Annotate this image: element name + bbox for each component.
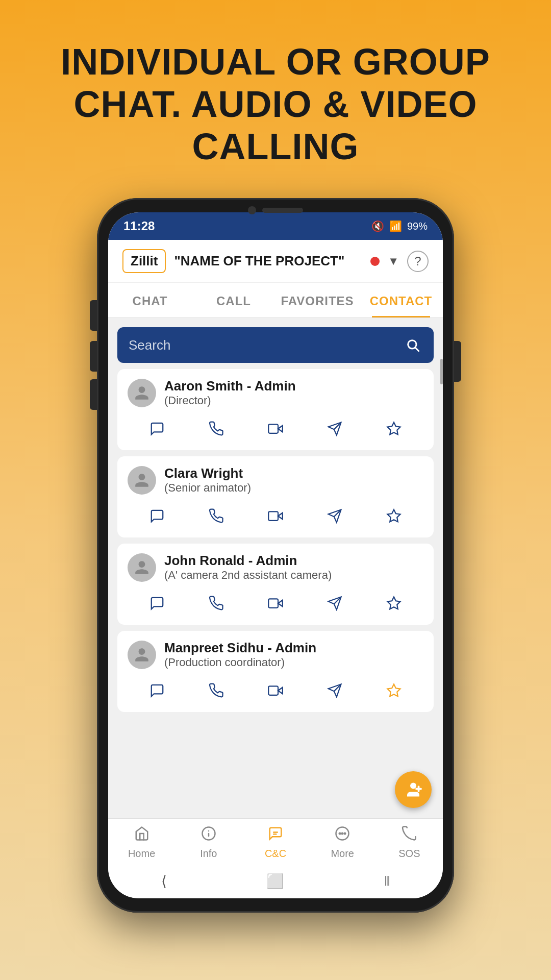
location-action-1[interactable] [322, 504, 347, 528]
video-action-2[interactable] [263, 591, 288, 616]
project-name: "NAME OF THE PROJECT" [174, 253, 362, 269]
chat-action-3[interactable] [145, 678, 169, 703]
battery-icon: 99% [407, 220, 428, 232]
contact-role-2: (A' camera 2nd assistant camera) [164, 569, 332, 582]
contact-text-0: Aaron Smith - Admin (Director) [164, 378, 296, 407]
content-area: Search Aaron Smith - Admin (Direc [108, 318, 443, 818]
chat-action-2[interactable] [145, 591, 169, 616]
svg-marker-21 [388, 684, 400, 697]
contact-role-0: (Director) [164, 394, 296, 407]
dropdown-button[interactable]: ▼ [388, 255, 399, 268]
more-icon [335, 826, 350, 845]
svg-marker-12 [278, 600, 283, 607]
video-action-0[interactable] [263, 416, 288, 441]
contact-actions-1 [128, 502, 423, 528]
svg-rect-3 [268, 425, 278, 434]
notification-dot [370, 257, 380, 266]
contact-role-1: (Senior animator) [164, 481, 251, 495]
help-button[interactable]: ? [407, 251, 429, 272]
svg-point-32 [342, 833, 343, 835]
svg-marker-16 [388, 597, 400, 609]
nav-info[interactable]: Info [175, 826, 242, 860]
svg-marker-17 [278, 688, 283, 694]
svg-rect-13 [268, 599, 278, 608]
bottom-nav: Home Info [108, 818, 443, 864]
star-action-3[interactable] [382, 678, 406, 703]
home-icon [134, 826, 149, 845]
video-action-3[interactable] [263, 678, 288, 703]
fab-add-contact[interactable] [395, 771, 432, 808]
contact-card-3: Manpreet Sidhu - Admin (Production coord… [117, 631, 434, 712]
nav-more[interactable]: More [309, 826, 376, 860]
call-action-0[interactable] [204, 416, 229, 441]
avatar-0 [128, 379, 156, 407]
nav-more-label: More [331, 848, 354, 860]
svg-marker-2 [278, 426, 283, 432]
contact-name-1: Clara Wright [164, 465, 251, 481]
contact-role-3: (Production coordinator) [164, 656, 316, 669]
tab-chat[interactable]: CHAT [108, 283, 192, 317]
star-action-0[interactable] [382, 416, 406, 441]
avatar-3 [128, 641, 156, 669]
tab-call[interactable]: CALL [192, 283, 276, 317]
video-action-1[interactable] [263, 504, 288, 528]
call-action-3[interactable] [204, 678, 229, 703]
svg-rect-8 [268, 512, 278, 521]
svg-point-31 [339, 833, 341, 835]
android-nav-bar: ⟨ ⬜ ⦀ [108, 864, 443, 898]
cnc-icon [268, 826, 283, 845]
wifi-icon: 📶 [389, 220, 402, 232]
scroll-indicator [440, 359, 443, 384]
location-action-3[interactable] [322, 678, 347, 703]
nav-cnc[interactable]: C&C [242, 826, 309, 860]
search-bar[interactable]: Search [117, 327, 434, 363]
call-action-2[interactable] [204, 591, 229, 616]
svg-marker-6 [388, 423, 400, 435]
nav-info-label: Info [200, 848, 217, 860]
phone-screen: 11:28 🔇 📶 99% Zillit "NAME OF THE PROJEC… [108, 212, 443, 898]
nav-sos-label: SOS [398, 848, 420, 860]
chat-action-1[interactable] [145, 504, 169, 528]
location-action-2[interactable] [322, 591, 347, 616]
contact-name-0: Aaron Smith - Admin [164, 378, 296, 394]
contact-actions-0 [128, 414, 423, 441]
tab-favorites[interactable]: FAVORITES [276, 283, 359, 317]
svg-point-22 [410, 783, 416, 789]
call-action-1[interactable] [204, 504, 229, 528]
nav-cnc-label: C&C [265, 848, 286, 860]
search-icon [403, 335, 422, 355]
info-icon [201, 826, 216, 845]
android-recents-button[interactable]: ⦀ [377, 871, 397, 891]
svg-marker-11 [388, 510, 400, 522]
android-home-button[interactable]: ⬜ [265, 871, 286, 891]
location-action-0[interactable] [322, 416, 347, 441]
contact-name-2: John Ronald - Admin [164, 553, 332, 569]
status-time: 11:28 [123, 219, 155, 233]
contact-actions-2 [128, 589, 423, 616]
app-header: Zillit "NAME OF THE PROJECT" ▼ ? [108, 240, 443, 283]
nav-sos[interactable]: SOS [376, 826, 443, 860]
phone-shell: 11:28 🔇 📶 99% Zillit "NAME OF THE PROJEC… [97, 198, 454, 913]
sos-icon [402, 826, 417, 845]
svg-line-1 [415, 348, 418, 351]
tab-contact[interactable]: CONTACT [359, 283, 443, 317]
avatar-2 [128, 553, 156, 582]
chat-action-0[interactable] [145, 416, 169, 441]
status-icons: 🔇 📶 99% [371, 220, 428, 232]
headline: INDIVIDUAL OR GROUP CHAT. AUDIO & VIDEO … [0, 0, 551, 198]
mute-icon: 🔇 [371, 220, 384, 232]
star-action-1[interactable] [382, 504, 406, 528]
contact-card-2: John Ronald - Admin (A' camera 2nd assis… [117, 544, 434, 625]
svg-point-33 [344, 833, 346, 835]
contact-actions-3 [128, 676, 423, 703]
app-logo: Zillit [122, 249, 166, 273]
nav-home[interactable]: Home [108, 826, 175, 860]
speaker [262, 208, 303, 213]
nav-home-label: Home [128, 848, 155, 860]
contact-text-1: Clara Wright (Senior animator) [164, 465, 251, 495]
android-back-button[interactable]: ⟨ [154, 871, 174, 891]
avatar-1 [128, 466, 156, 495]
contact-name-3: Manpreet Sidhu - Admin [164, 640, 316, 656]
svg-marker-7 [278, 513, 283, 520]
star-action-2[interactable] [382, 591, 406, 616]
